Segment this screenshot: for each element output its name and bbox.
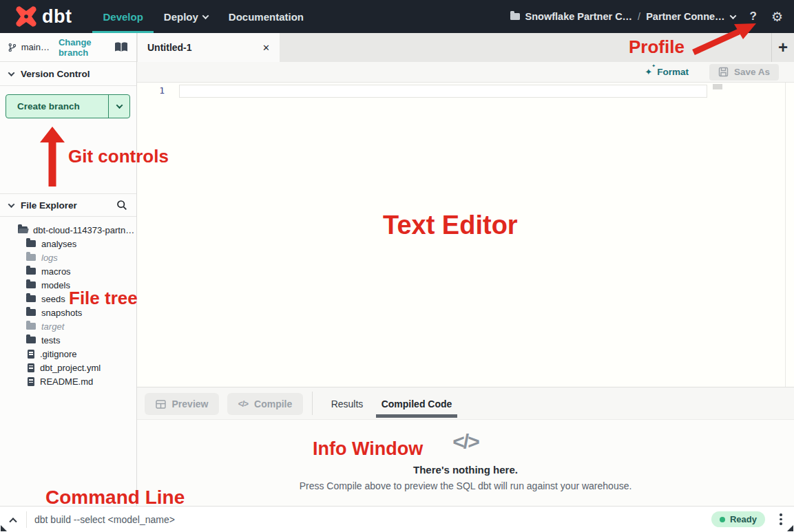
- tree-item-models[interactable]: models: [0, 278, 136, 292]
- breadcrumb-separator: /: [638, 11, 640, 22]
- text-editor-surface[interactable]: 1: [137, 83, 794, 387]
- save-icon: [718, 67, 729, 77]
- tree-item-label: dbt_project.yml: [40, 363, 101, 373]
- create-branch-button[interactable]: Create branch: [6, 95, 108, 118]
- compile-button[interactable]: </> Compile: [227, 393, 303, 415]
- save-as-label: Save As: [734, 67, 770, 77]
- folder-icon: [26, 240, 36, 247]
- line-number: 1: [154, 85, 165, 96]
- chevron-down-icon: [202, 12, 209, 19]
- tab-label: Results: [331, 398, 364, 409]
- version-control-section-header[interactable]: Version Control: [0, 62, 136, 86]
- scrollbar-thumb[interactable]: [713, 84, 722, 89]
- resize-handle-left: [1, 525, 7, 531]
- nav-label: Deploy: [164, 11, 198, 23]
- format-label: Format: [657, 67, 689, 77]
- editor-right-divider: [785, 83, 786, 387]
- help-button[interactable]: ?: [750, 10, 757, 23]
- table-icon: [156, 400, 166, 409]
- save-as-button[interactable]: Save As: [709, 64, 779, 81]
- chevron-down-icon: [116, 102, 123, 109]
- tree-item-readme-md[interactable]: README.md: [0, 374, 136, 388]
- folder-icon: [26, 309, 36, 316]
- info-window: </> There's nothing here. Press Compile …: [137, 420, 794, 506]
- compile-label: Compile: [254, 398, 292, 409]
- tree-item-macros[interactable]: macros: [0, 264, 136, 278]
- brand-text: dbt: [42, 6, 72, 28]
- tree-item-label: logs: [41, 253, 58, 263]
- project-name: Partner Conne…: [646, 11, 724, 22]
- tree-item-gitignore[interactable]: .gitignore: [0, 347, 136, 361]
- folder-open-icon: [18, 226, 28, 233]
- account-name: Snowflake Partner C…: [525, 11, 633, 22]
- settings-gear-icon[interactable]: ⚙: [771, 9, 783, 24]
- search-icon: [116, 200, 127, 211]
- nav-label: Develop: [103, 11, 143, 23]
- tab-label: Compiled Code: [382, 398, 452, 409]
- format-button[interactable]: ✦ Format: [645, 67, 689, 77]
- folder-icon: [510, 13, 520, 20]
- resize-handle[interactable]: [787, 525, 793, 531]
- file-search-button[interactable]: [116, 200, 127, 211]
- tree-item-label: analyses: [41, 239, 76, 249]
- tree-item-analyses[interactable]: analyses: [0, 237, 136, 251]
- chevron-down-icon: [8, 201, 15, 208]
- file-icon: [28, 377, 34, 386]
- new-tab-button[interactable]: +: [771, 33, 794, 62]
- nav-item-documentation[interactable]: Documentation: [218, 0, 314, 33]
- editor-toolbar: ✦ Format Save As: [137, 62, 794, 83]
- docs-book-button[interactable]: [114, 42, 128, 52]
- current-branch-name: main…: [21, 42, 50, 52]
- chevron-down-icon: [729, 12, 736, 19]
- nav-item-develop[interactable]: Develop: [92, 0, 153, 33]
- create-branch-dropdown-button[interactable]: [108, 95, 129, 118]
- section-title: File Explorer: [21, 200, 77, 211]
- file-explorer-section-header[interactable]: File Explorer: [0, 193, 136, 217]
- tree-item-seeds[interactable]: seeds: [0, 292, 136, 306]
- tree-item-label: models: [41, 280, 70, 290]
- nav-label: Documentation: [229, 11, 304, 23]
- panel-divider: [312, 392, 313, 415]
- editor-tab-untitled-1[interactable]: Untitled-1 ✕: [138, 33, 280, 62]
- status-badge: Ready: [711, 511, 765, 527]
- folder-icon: [26, 254, 36, 261]
- empty-state-hint: Press Compile above to preview the SQL d…: [137, 480, 794, 491]
- dbt-logo-icon: [15, 6, 37, 28]
- tab-close-icon[interactable]: ✕: [262, 43, 270, 53]
- format-sparkle-icon: ✦: [645, 67, 652, 77]
- file-icon: [28, 363, 34, 372]
- chevron-down-icon: [8, 70, 15, 76]
- folder-icon: [26, 295, 36, 302]
- nav-item-deploy[interactable]: Deploy: [154, 0, 218, 33]
- empty-state-title: There's nothing here.: [137, 464, 794, 476]
- create-branch-label: Create branch: [17, 101, 80, 111]
- branch-bar: main… Change branch: [0, 33, 136, 62]
- folder-icon: [26, 337, 36, 343]
- folder-icon: [26, 268, 36, 275]
- create-branch-split-button: Create branch: [6, 94, 130, 118]
- change-branch-link[interactable]: Change branch: [59, 37, 109, 58]
- current-line-highlight[interactable]: [179, 85, 707, 98]
- command-input[interactable]: [27, 507, 711, 532]
- kebab-dot: [780, 518, 782, 521]
- section-title: Version Control: [21, 69, 90, 79]
- tree-item-tests[interactable]: tests: [0, 333, 136, 347]
- main-nav: Develop Deploy Documentation: [92, 0, 314, 33]
- tree-item-snapshots[interactable]: snapshots: [0, 306, 136, 319]
- status-label: Ready: [730, 514, 757, 524]
- preview-button[interactable]: Preview: [145, 393, 219, 415]
- tree-item-dbt-project-yml[interactable]: dbt_project.yml: [0, 361, 136, 374]
- tree-item-project-root[interactable]: dbt-cloud-114373-partn…: [0, 223, 136, 237]
- git-branch-icon: [8, 42, 17, 53]
- tree-item-target[interactable]: target: [0, 319, 136, 333]
- dbt-brand[interactable]: dbt: [15, 6, 72, 28]
- tree-item-logs[interactable]: logs: [0, 251, 136, 264]
- tab-title: Untitled-1: [147, 42, 192, 53]
- chevron-up-icon: [9, 518, 17, 525]
- kebab-dot: [780, 522, 782, 525]
- file-tree: dbt-cloud-114373-partn… analyses logs ma…: [0, 223, 136, 388]
- tree-item-label: macros: [41, 266, 71, 277]
- preview-label: Preview: [172, 398, 209, 409]
- tab-results[interactable]: Results: [323, 387, 371, 420]
- project-switcher[interactable]: Snowflake Partner C… / Partner Conne…: [510, 11, 735, 22]
